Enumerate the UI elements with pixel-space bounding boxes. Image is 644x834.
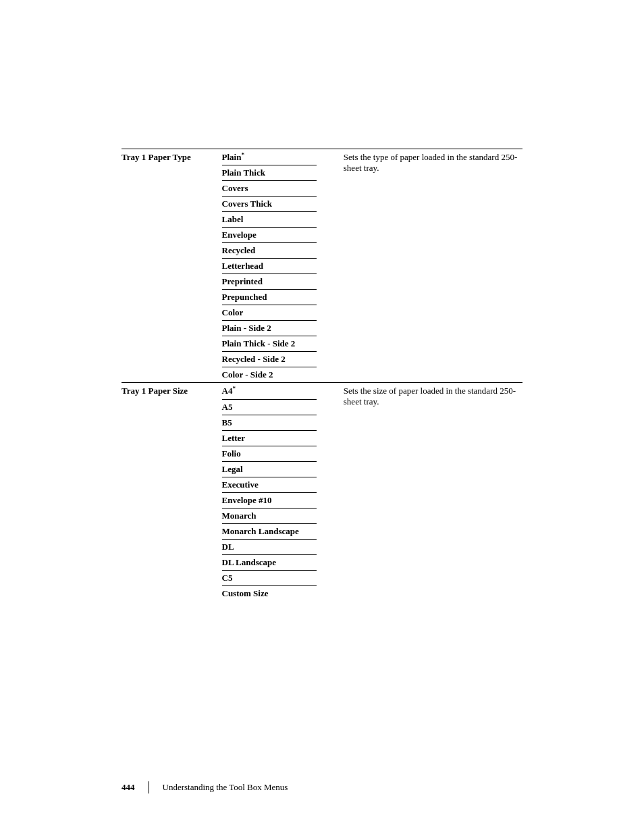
description-cell-tray1-paper-type: Sets the type of paper loaded in the sta… [344,149,522,383]
option-item: DL [222,540,317,555]
option-item: A5 [222,400,317,415]
option-item: Executive [222,477,317,493]
option-item: Color - Side 2 [222,367,317,382]
page-number: 444 [122,782,135,793]
option-item: Plain* [222,149,317,165]
description-cell-tray1-paper-size: Sets the size of paper loaded in the sta… [344,383,522,601]
footer-text: Understanding the Tool Box Menus [163,782,288,793]
option-item: Preprinted [222,274,317,290]
option-item: Plain - Side 2 [222,321,317,336]
option-item: A4* [222,383,317,399]
option-item: Custom Size [222,586,317,601]
option-item: Letter [222,431,317,446]
main-table: Tray 1 Paper TypePlain*Plain ThickCovers… [122,149,522,601]
option-item: Folio [222,446,317,462]
option-item: Recycled - Side 2 [222,352,317,367]
page: Tray 1 Paper TypePlain*Plain ThickCovers… [0,0,644,834]
option-item: Prepunched [222,290,317,305]
option-item: DL Landscape [222,555,317,571]
option-item: Legal [222,462,317,477]
label-cell-tray1-paper-size: Tray 1 Paper Size [122,383,222,601]
footer-divider [149,781,149,793]
content-area: Tray 1 Paper TypePlain*Plain ThickCovers… [0,0,644,655]
option-item: B5 [222,415,317,431]
option-item: Monarch [222,509,317,524]
option-item: Covers [222,181,317,197]
page-footer: 444 Understanding the Tool Box Menus [122,781,522,793]
option-item: Recycled [222,243,317,259]
option-item: Envelope #10 [222,493,317,509]
option-item: Covers Thick [222,197,317,212]
options-cell-tray1-paper-type: Plain*Plain ThickCoversCovers ThickLabel… [222,149,344,383]
option-item: C5 [222,571,317,586]
section-row-tray1-paper-type: Tray 1 Paper TypePlain*Plain ThickCovers… [122,149,522,383]
option-item: Monarch Landscape [222,524,317,540]
option-item: Letterhead [222,259,317,274]
option-item: Color [222,305,317,321]
option-item: Plain Thick [222,165,317,181]
section-row-tray1-paper-size: Tray 1 Paper SizeA4*A5B5LetterFolioLegal… [122,383,522,601]
options-cell-tray1-paper-size: A4*A5B5LetterFolioLegalExecutiveEnvelope… [222,383,344,601]
option-item: Envelope [222,228,317,243]
label-cell-tray1-paper-type: Tray 1 Paper Type [122,149,222,383]
option-item: Label [222,212,317,228]
option-item: Plain Thick - Side 2 [222,336,317,352]
